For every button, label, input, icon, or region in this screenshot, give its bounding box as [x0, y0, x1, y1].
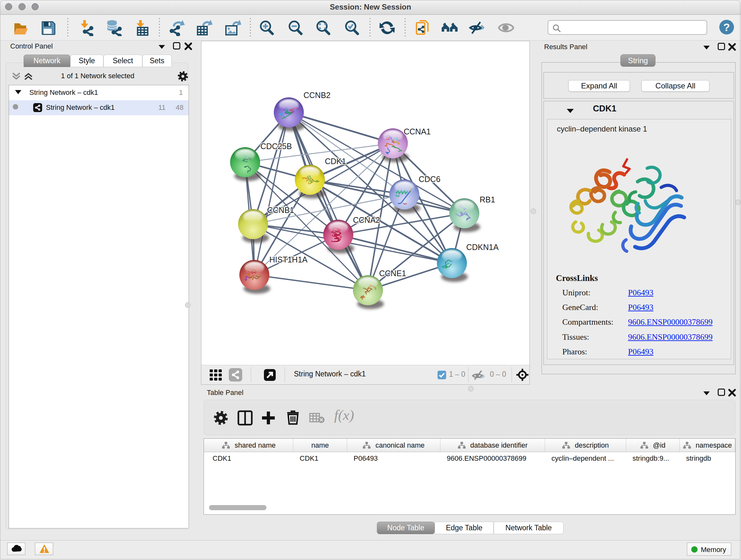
svg-text:CDC6: CDC6	[419, 175, 441, 184]
svg-text:CDK1: CDK1	[325, 157, 346, 166]
svg-text:CCNA2: CCNA2	[353, 215, 380, 225]
svg-text:RB1: RB1	[480, 195, 495, 204]
svg-text:CCNB2: CCNB2	[304, 91, 331, 100]
svg-text:CDC25B: CDC25B	[260, 142, 292, 151]
svg-text:CDKN1A: CDKN1A	[466, 243, 499, 252]
svg-text:HIST1H1A: HIST1H1A	[269, 255, 308, 264]
svg-text:CCNA1: CCNA1	[404, 127, 431, 136]
svg-text:CCNB1: CCNB1	[267, 206, 294, 214]
svg-text:CCNE1: CCNE1	[379, 269, 406, 278]
